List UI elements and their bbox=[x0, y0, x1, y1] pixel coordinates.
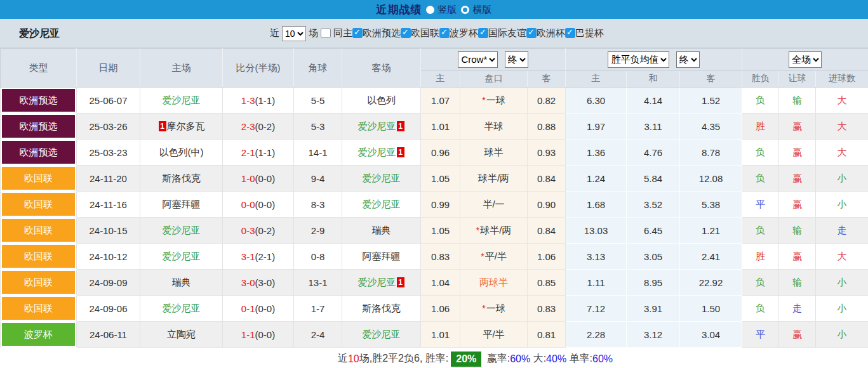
away-team-cell[interactable]: 阿塞拜疆 bbox=[342, 244, 421, 270]
team-name: 爱沙尼亚 bbox=[19, 27, 60, 40]
single-value: 60% bbox=[592, 353, 613, 365]
home-team-cell[interactable]: 爱沙尼亚 bbox=[140, 244, 223, 270]
footer-games-count: 10 bbox=[348, 353, 359, 365]
away-team-cell[interactable]: 以色列 bbox=[342, 88, 421, 114]
games-suffix-label: 场 bbox=[309, 27, 318, 39]
checkbox-icon[interactable] bbox=[478, 28, 488, 38]
away-team-cell[interactable]: 瑞典 bbox=[342, 218, 421, 244]
odds-selects-cell: Crow* 终 bbox=[421, 49, 566, 71]
title-bar: 近期战绩 竖版 横版 bbox=[0, 0, 868, 19]
vertical-layout-radio[interactable] bbox=[426, 6, 434, 14]
competition-badge: 欧国联 bbox=[2, 245, 75, 268]
away-team-cell[interactable]: 爱沙尼亚 bbox=[342, 166, 421, 192]
home-team-cell[interactable]: 以色列(中) bbox=[140, 140, 223, 166]
avg-home-cell: 1.97 bbox=[566, 114, 627, 140]
home-team-cell[interactable]: 立陶宛 bbox=[140, 322, 223, 348]
competition-type-cell: 欧洲预选 bbox=[1, 140, 77, 166]
corner-cell: 9-4 bbox=[294, 166, 342, 192]
corner-cell: 8-3 bbox=[294, 192, 342, 218]
odds-home-cell: 1.01 bbox=[421, 114, 460, 140]
avg-home-cell: 1.24 bbox=[566, 166, 627, 192]
odds-home-cell: 1.01 bbox=[421, 322, 460, 348]
subcol-handicap: 盘口 bbox=[460, 70, 528, 87]
away-team-cell[interactable]: 爱沙尼亚1 bbox=[342, 140, 421, 166]
score-cell: 3-1(2-1) bbox=[223, 244, 294, 270]
home-team-cell[interactable]: 瑞典 bbox=[140, 270, 223, 296]
checkbox-label: 波罗杯 bbox=[450, 27, 478, 38]
avg-home-cell: 1.68 bbox=[566, 192, 627, 218]
avg-draw-cell: 4.76 bbox=[627, 140, 680, 166]
checkbox-icon[interactable] bbox=[565, 28, 575, 38]
competition-type-cell: 欧洲预选 bbox=[1, 88, 77, 114]
avg-home-cell: 13.03 bbox=[566, 218, 627, 244]
date-cell: 24-10-12 bbox=[77, 244, 140, 270]
horizontal-layout-radio[interactable] bbox=[461, 6, 469, 14]
avg-draw-cell: 3.05 bbox=[627, 244, 680, 270]
checkbox-icon[interactable] bbox=[321, 28, 331, 38]
odds-home-cell: 1.06 bbox=[421, 296, 460, 322]
away-team-cell[interactable]: 爱沙尼亚 bbox=[342, 192, 421, 218]
home-team-cell[interactable]: 阿塞拜疆 bbox=[140, 192, 223, 218]
avg-away-cell: 4.35 bbox=[680, 114, 742, 140]
filter-checkbox-欧洲杯[interactable]: 欧洲杯 bbox=[526, 27, 565, 38]
subcol-avg-home: 主 bbox=[566, 70, 627, 87]
goals-result-cell: 小 bbox=[816, 296, 868, 322]
checkbox-icon[interactable] bbox=[401, 28, 411, 38]
home-team-cell[interactable]: 爱沙尼亚 bbox=[140, 296, 223, 322]
odds-time-select[interactable]: 终 bbox=[505, 51, 528, 68]
avg-away-cell: 12.08 bbox=[680, 166, 742, 192]
goals-result-cell: 小 bbox=[816, 270, 868, 296]
competition-badge: 欧国联 bbox=[2, 297, 75, 320]
home-team-cell[interactable]: 1摩尔多瓦 bbox=[140, 114, 223, 140]
odds-away-cell: 0.84 bbox=[528, 166, 566, 192]
away-team-cell[interactable]: 爱沙尼亚1 bbox=[342, 114, 421, 140]
home-team-cell[interactable]: 斯洛伐克 bbox=[140, 166, 223, 192]
odds-home-cell: 0.96 bbox=[421, 140, 460, 166]
corner-cell: 5-3 bbox=[294, 114, 342, 140]
table-row: 波罗杯 24-06-11 立陶宛 1-1(0-0) 2-4 爱沙尼亚 1.01 … bbox=[1, 322, 868, 348]
goals-result-cell: 大 bbox=[816, 140, 868, 166]
filter-checkbox-国际友谊[interactable]: 国际友谊 bbox=[478, 27, 526, 38]
avg-home-cell: 2.28 bbox=[566, 322, 627, 348]
home-team-cell[interactable]: 爱沙尼亚 bbox=[140, 218, 223, 244]
single-label: 单率: bbox=[566, 352, 592, 365]
scope-select[interactable]: 全场 bbox=[789, 51, 822, 68]
away-team-cell[interactable]: 斯洛伐克 bbox=[342, 296, 421, 322]
competition-type-cell: 波罗杯 bbox=[1, 322, 77, 348]
odds-company-select[interactable]: Crow* bbox=[458, 51, 498, 68]
score-cell: 1-1(0-0) bbox=[223, 322, 294, 348]
away-team-cell[interactable]: 爱沙尼亚1 bbox=[342, 270, 421, 296]
horizontal-layout-label[interactable]: 横版 bbox=[473, 4, 492, 16]
goals-result-cell: 小 bbox=[816, 166, 868, 192]
vertical-layout-label[interactable]: 竖版 bbox=[438, 4, 457, 16]
date-cell: 25-03-23 bbox=[77, 140, 140, 166]
filter-checkbox-波罗杯[interactable]: 波罗杯 bbox=[439, 27, 478, 38]
handicap-result-cell: 输 bbox=[779, 270, 816, 296]
date-cell: 24-09-06 bbox=[77, 296, 140, 322]
checkbox-icon[interactable] bbox=[439, 28, 450, 38]
checkbox-label: 巴提杯 bbox=[575, 27, 604, 38]
subcol-odds-home: 主 bbox=[421, 70, 460, 87]
subcol-odds-away: 客 bbox=[528, 70, 566, 87]
filter-checkbox-欧洲预选[interactable]: 欧洲预选 bbox=[352, 27, 401, 38]
handicap-cell: *平/半 bbox=[460, 244, 528, 270]
filter-checkbox-同主[interactable]: 同主 bbox=[318, 27, 352, 38]
filter-checkbox-欧国联[interactable]: 欧国联 bbox=[401, 27, 439, 38]
avg-time-select[interactable]: 终 bbox=[676, 51, 700, 68]
games-count-select[interactable]: 10 bbox=[282, 26, 306, 41]
filter-bar: 爱沙尼亚 近 10 场 同主欧洲预选欧国联波罗杯国际友谊欧洲杯巴提杯 bbox=[0, 19, 868, 48]
away-team-cell[interactable]: 爱沙尼亚 bbox=[342, 322, 421, 348]
checkbox-label: 欧洲预选 bbox=[363, 27, 401, 38]
avg-type-select[interactable]: 胜平负均值 bbox=[608, 51, 669, 68]
corner-cell: 2-9 bbox=[294, 218, 342, 244]
handicap-result-cell: 赢 bbox=[779, 166, 816, 192]
date-cell: 24-10-15 bbox=[77, 218, 140, 244]
col-header-score: 比分(半场) bbox=[223, 49, 294, 88]
filter-checkbox-巴提杯[interactable]: 巴提杯 bbox=[565, 27, 604, 38]
subcol-avg-away: 客 bbox=[680, 70, 742, 87]
checkbox-icon[interactable] bbox=[352, 28, 363, 38]
home-team-cell[interactable]: 爱沙尼亚 bbox=[140, 88, 223, 114]
competition-badge: 波罗杯 bbox=[2, 323, 75, 346]
checkbox-icon[interactable] bbox=[526, 28, 537, 38]
result-cell: 负 bbox=[742, 140, 779, 166]
